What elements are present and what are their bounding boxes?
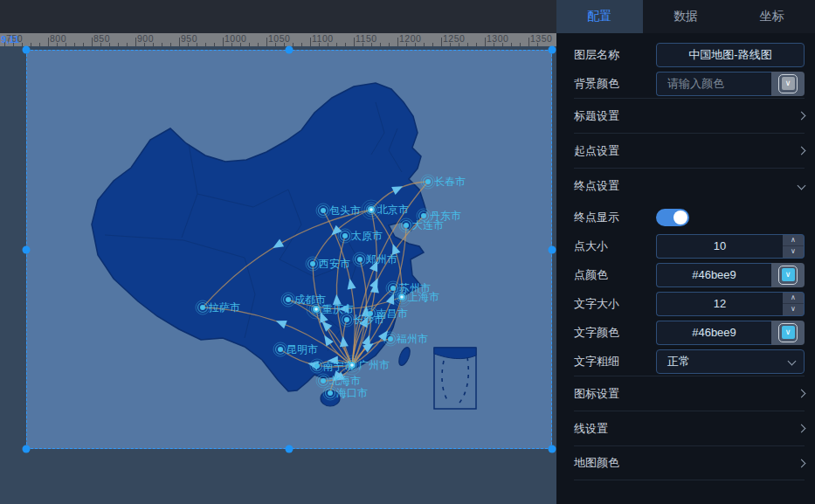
bg-color-label: 背景颜色 bbox=[574, 76, 619, 92]
city-marker: 海口市 bbox=[323, 386, 368, 400]
ruler-tick-label: 1100 bbox=[312, 33, 334, 44]
point-size-label: 点大小 bbox=[574, 238, 608, 254]
panel-tabs: 配置 数据 坐标 bbox=[556, 0, 815, 33]
selection-handle-s[interactable] bbox=[286, 445, 294, 453]
chevron-right-icon bbox=[798, 112, 806, 121]
point-size-input[interactable] bbox=[656, 234, 783, 259]
selection-handle-w[interactable] bbox=[23, 246, 31, 254]
font-weight-label: 文字粗细 bbox=[574, 354, 619, 369]
city-marker: 包头市 bbox=[316, 204, 361, 217]
selection-handle-n[interactable] bbox=[286, 46, 294, 54]
city-label: 南昌市 bbox=[376, 307, 408, 320]
chevron-down-icon bbox=[798, 182, 806, 190]
city-marker: 上海市 bbox=[392, 287, 439, 307]
stepper-up-button[interactable]: ∧ bbox=[783, 235, 804, 247]
font-weight-row: 文字粗细 正常 bbox=[574, 347, 805, 376]
city-label: 太原市 bbox=[351, 230, 383, 242]
city-marker: 昆明市 bbox=[273, 342, 318, 356]
bg-color-input[interactable] bbox=[656, 72, 771, 96]
chevron-right-icon bbox=[798, 390, 806, 398]
point-color-swatch-icon: ∨ bbox=[782, 268, 795, 281]
city-marker: 郑州市 bbox=[353, 252, 397, 266]
editor-workspace[interactable]: 7508008509009501000105011001150120012501… bbox=[0, 0, 556, 504]
section-start-label: 起点设置 bbox=[574, 143, 619, 159]
point-color-row: 点颜色 ∨ bbox=[574, 260, 805, 289]
city-label: 包头市 bbox=[329, 204, 361, 217]
config-panel: 配置 数据 坐标 图层名称 背景颜色 ∨ bbox=[556, 0, 815, 504]
taiwan-island bbox=[397, 346, 412, 367]
selection-handle-sw[interactable] bbox=[23, 445, 31, 453]
section-line-settings[interactable]: 线设置 bbox=[574, 411, 805, 445]
selection-handle-e[interactable] bbox=[549, 246, 556, 254]
font-weight-value: 正常 bbox=[667, 354, 690, 369]
ruler-origin-coords: 9,11 bbox=[1, 34, 19, 45]
ruler-tick-label: 1000 bbox=[224, 33, 246, 44]
layer-name-input[interactable] bbox=[656, 43, 805, 67]
section-end-point-settings[interactable]: 终点设置 bbox=[574, 168, 805, 203]
ruler-tick-label: 1350 bbox=[530, 33, 552, 44]
bg-color-picker-button[interactable]: ∨ bbox=[771, 72, 805, 96]
city-label: 长春市 bbox=[434, 176, 466, 188]
city-label: 上海市 bbox=[408, 291, 439, 303]
city-marker: 北海市 bbox=[316, 374, 361, 388]
city-label: 拉萨市 bbox=[208, 301, 240, 314]
tab-data[interactable]: 数据 bbox=[643, 0, 729, 33]
font-color-swatch-icon: ∨ bbox=[782, 326, 795, 339]
city-label: 西安市 bbox=[319, 258, 350, 270]
city-marker: 太原市 bbox=[338, 229, 383, 243]
ruler-tick-label: 800 bbox=[50, 33, 66, 44]
stepper-up-button[interactable]: ∧ bbox=[783, 293, 804, 305]
stepper-down-button[interactable]: ∨ bbox=[783, 246, 804, 258]
section-icon-settings[interactable]: 图标设置 bbox=[574, 376, 805, 411]
section-start-point-settings[interactable]: 起点设置 bbox=[574, 133, 805, 168]
ruler-tick-label: 900 bbox=[137, 33, 154, 44]
layer-name-label: 图层名称 bbox=[574, 47, 619, 63]
font-color-label: 文字颜色 bbox=[574, 325, 619, 341]
city-marker: 长春市 bbox=[421, 175, 466, 189]
city-marker: 西安市 bbox=[306, 257, 350, 271]
city-marker: 拉萨市 bbox=[196, 300, 240, 314]
tab-config[interactable]: 配置 bbox=[556, 0, 643, 33]
section-icon-label: 图标设置 bbox=[574, 386, 619, 402]
font-color-picker-button[interactable]: ∨ bbox=[771, 321, 805, 345]
point-color-input[interactable] bbox=[656, 263, 771, 287]
city-marker: 福州市 bbox=[383, 332, 428, 346]
city-marker: 大连市 bbox=[399, 218, 444, 232]
ruler-tick-label: 1250 bbox=[443, 33, 465, 44]
color-picker-frame: ∨ bbox=[778, 74, 798, 93]
city-label: 大连市 bbox=[412, 219, 444, 231]
app-root: 7508008509009501000105011001150120012501… bbox=[0, 0, 815, 504]
ruler-tick-label: 1050 bbox=[268, 33, 290, 44]
tab-coords[interactable]: 坐标 bbox=[729, 0, 815, 33]
font-size-label: 文字大小 bbox=[574, 296, 619, 312]
section-end-label: 终点设置 bbox=[574, 178, 619, 194]
editor-top-chrome bbox=[0, 0, 556, 33]
font-weight-select[interactable]: 正常 bbox=[656, 349, 805, 374]
map-canvas[interactable]: 长春市包头市北京市丹东市大连市太原市西安市郑州市成都市重庆市拉萨市昆明市南宁市广… bbox=[26, 50, 552, 449]
city-label: 广州市 bbox=[358, 359, 390, 371]
stepper-down-button[interactable]: ∨ bbox=[783, 304, 804, 315]
ruler-tick-label: 1150 bbox=[356, 33, 377, 44]
end-point-show-toggle[interactable] bbox=[656, 209, 689, 226]
horizontal-ruler: 7508008509009501000105011001150120012501… bbox=[0, 33, 556, 46]
point-color-picker-button[interactable]: ∨ bbox=[771, 263, 805, 287]
section-map-color[interactable]: 地图颜色 bbox=[574, 445, 805, 480]
selection-handle-ne[interactable] bbox=[549, 46, 556, 54]
font-color-row: 文字颜色 ∨ bbox=[574, 318, 805, 347]
font-size-input[interactable] bbox=[656, 292, 783, 316]
selection-handle-nw[interactable] bbox=[23, 46, 31, 54]
chevron-right-icon bbox=[798, 147, 806, 155]
section-title-settings[interactable]: 标题设置 bbox=[574, 98, 805, 133]
bg-color-row: 背景颜色 ∨ bbox=[574, 69, 805, 98]
ruler-tick-label: 1200 bbox=[399, 33, 421, 44]
city-label: 北京市 bbox=[377, 204, 409, 216]
section-title-label: 标题设置 bbox=[574, 108, 619, 124]
font-size-stepper: ∧ ∨ bbox=[783, 292, 805, 316]
city-marker: 南昌市 bbox=[363, 307, 408, 321]
section-line-label: 线设置 bbox=[574, 421, 608, 437]
color-picker-frame: ∨ bbox=[778, 323, 798, 342]
chevron-right-icon bbox=[798, 459, 806, 467]
panel-content: 图层名称 背景颜色 ∨ 标题设置 bbox=[556, 33, 815, 504]
selection-handle-se[interactable] bbox=[549, 445, 556, 453]
font-color-input[interactable] bbox=[656, 321, 771, 345]
